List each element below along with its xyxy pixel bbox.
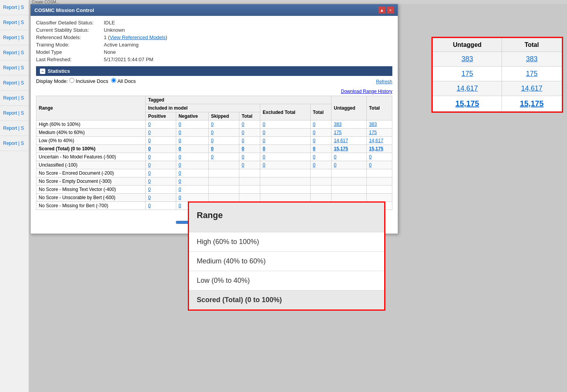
table-cell[interactable]: [208, 169, 239, 177]
table-cell[interactable]: 0: [366, 153, 392, 161]
table-cell[interactable]: [260, 177, 311, 186]
table-cell[interactable]: 0: [260, 153, 311, 161]
table-cell[interactable]: 0: [239, 153, 260, 161]
table-cell[interactable]: 0: [239, 161, 260, 169]
table-cell[interactable]: 0: [260, 129, 311, 137]
table-cell[interactable]: 0: [310, 153, 331, 161]
table-cell[interactable]: 0: [146, 194, 176, 202]
table-cell[interactable]: 0: [176, 129, 208, 137]
cell-link[interactable]: 0: [334, 162, 337, 168]
table-cell[interactable]: [332, 194, 367, 202]
cell-link[interactable]: 0: [148, 154, 151, 160]
cell-link[interactable]: 0: [313, 138, 316, 143]
table-cell[interactable]: [366, 169, 392, 177]
cell-link[interactable]: 0: [211, 146, 214, 151]
cell-link[interactable]: 0: [242, 154, 244, 160]
table-cell[interactable]: [239, 186, 260, 194]
cell-link[interactable]: 0: [148, 203, 151, 208]
table-cell[interactable]: [310, 169, 331, 177]
table-cell[interactable]: 0: [239, 120, 260, 129]
table-cell[interactable]: [332, 177, 367, 186]
cell-link[interactable]: 0: [179, 138, 181, 143]
zoom-cell[interactable]: 383: [433, 52, 502, 67]
cell-link[interactable]: 0: [369, 162, 372, 168]
table-cell[interactable]: [208, 186, 239, 194]
zoom-cell[interactable]: 14,617: [502, 81, 562, 96]
table-cell[interactable]: 0: [176, 194, 208, 202]
sidebar-item-2[interactable]: Report | S: [0, 15, 29, 30]
zoom-cell-link[interactable]: 175: [461, 70, 473, 77]
table-cell[interactable]: 0: [146, 161, 176, 169]
table-cell[interactable]: [310, 177, 331, 186]
table-cell[interactable]: 0: [146, 177, 176, 186]
cell-link[interactable]: 0: [179, 154, 181, 160]
cell-link[interactable]: 0: [263, 162, 265, 168]
cell-link[interactable]: 0: [242, 138, 244, 143]
sidebar-item-7[interactable]: Report | S: [0, 91, 29, 106]
table-cell[interactable]: 175: [332, 129, 367, 137]
table-cell[interactable]: [310, 186, 331, 194]
sidebar-item-4[interactable]: Report | S: [0, 45, 29, 60]
table-cell[interactable]: [239, 194, 260, 202]
all-docs-radio[interactable]: [111, 78, 116, 83]
table-cell[interactable]: 14,617: [366, 137, 392, 145]
cell-link[interactable]: 0: [242, 130, 244, 135]
refresh-link[interactable]: Refresh: [376, 79, 392, 84]
cell-link[interactable]: 14,617: [334, 138, 348, 143]
table-cell[interactable]: 0: [146, 186, 176, 194]
cell-link[interactable]: 0: [179, 130, 181, 135]
table-cell[interactable]: 0: [176, 145, 208, 153]
sidebar-item-1[interactable]: Report | S: [0, 0, 29, 15]
cell-link[interactable]: 0: [242, 146, 244, 151]
cell-link[interactable]: 0: [179, 179, 181, 184]
table-cell[interactable]: [260, 194, 311, 202]
table-cell[interactable]: 0: [176, 153, 208, 161]
cell-link[interactable]: 0: [179, 170, 181, 176]
cell-link[interactable]: 0: [369, 154, 372, 160]
table-cell[interactable]: 0: [176, 177, 208, 186]
table-cell[interactable]: [310, 194, 331, 202]
table-cell[interactable]: 0: [146, 129, 176, 137]
table-cell[interactable]: 0: [260, 137, 311, 145]
table-cell[interactable]: 0: [332, 153, 367, 161]
table-cell[interactable]: 0: [176, 161, 208, 169]
sidebar-item-3[interactable]: Report | S: [0, 30, 29, 45]
table-cell[interactable]: 15,175: [332, 145, 367, 153]
zoom-cell-link[interactable]: 14,617: [521, 84, 542, 92]
cell-link[interactable]: 0: [148, 130, 151, 135]
table-cell[interactable]: 0: [332, 161, 367, 169]
zoom-cell-link[interactable]: 15,175: [455, 99, 479, 108]
table-cell[interactable]: 0: [366, 161, 392, 169]
cell-link[interactable]: 0: [263, 138, 265, 143]
cell-link[interactable]: 0: [148, 187, 151, 192]
cell-link[interactable]: 0: [148, 179, 151, 184]
cell-link[interactable]: 0: [313, 146, 316, 151]
table-cell[interactable]: [332, 169, 367, 177]
table-cell[interactable]: [260, 186, 311, 194]
table-cell[interactable]: 383: [366, 120, 392, 129]
table-cell[interactable]: 0: [176, 137, 208, 145]
table-cell[interactable]: 0: [146, 137, 176, 145]
table-cell[interactable]: 0: [239, 129, 260, 137]
cell-link[interactable]: 0: [148, 146, 151, 151]
table-cell[interactable]: 0: [260, 145, 311, 153]
sidebar-item-8[interactable]: Report | S: [0, 106, 29, 121]
table-cell[interactable]: 0: [260, 120, 311, 129]
view-referenced-models-link[interactable]: View Referenced Models: [110, 34, 165, 40]
table-cell[interactable]: 0: [208, 145, 239, 153]
cell-link[interactable]: 15,175: [369, 146, 383, 151]
cell-link[interactable]: 0: [148, 122, 151, 127]
cell-link[interactable]: 0: [179, 203, 181, 208]
table-cell[interactable]: 14,617: [332, 137, 367, 145]
table-cell[interactable]: 0: [176, 186, 208, 194]
table-cell[interactable]: 0: [208, 153, 239, 161]
cell-link[interactable]: 0: [148, 162, 151, 168]
zoom-cell-link[interactable]: 383: [526, 55, 538, 63]
table-cell[interactable]: [332, 186, 367, 194]
download-range-history-link[interactable]: Download Range History: [341, 89, 392, 94]
table-cell[interactable]: [260, 169, 311, 177]
modal-close-button[interactable]: ×: [387, 7, 394, 14]
table-cell[interactable]: 0: [310, 161, 331, 169]
table-cell[interactable]: [208, 194, 239, 202]
table-cell[interactable]: 0: [239, 137, 260, 145]
